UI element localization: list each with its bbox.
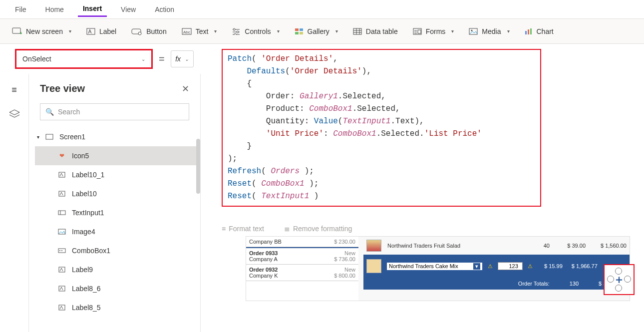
data-table-icon [353,28,362,35]
property-selector[interactable]: OnSelect ⌄ [15,49,153,69]
preview-line-total: $ 1,966.77 [568,263,598,269]
tree-search-input[interactable]: 🔍 Search [40,103,189,120]
ribbon-button[interactable]: Button [131,27,166,35]
ribbon-label-label: Label [99,27,116,35]
preview-selected-bar: Northwind Traders Cake Mix▾ ⚠ 123 ⚠ $ 15… [363,255,630,278]
preview-qty-input[interactable]: 123 [498,262,523,270]
chevron-down-icon: ▾ [69,28,71,34]
product-qty: 40 [530,243,550,249]
tree-item-image4[interactable]: Image4 [35,222,200,241]
svg-rect-19 [525,31,527,34]
svg-rect-16 [418,30,421,33]
controls-icon [232,28,241,35]
tree-item-label10-1[interactable]: Label10_1 [35,165,200,184]
scrollbar-thumb[interactable] [196,139,200,194]
fx-button[interactable]: fx ⌄ [171,50,194,67]
tree-view-title: Tree view [40,83,85,94]
ribbon-media[interactable]: Media▾ [469,27,509,35]
image-icon [57,229,67,235]
svg-text:+: + [19,30,22,35]
tree-item-label: Label10_1 [72,171,104,179]
ribbon-forms-label: Forms [426,27,446,35]
ribbon-new-screen[interactable]: + New screen▾ [12,27,71,35]
gallery-icon [295,28,304,35]
button-icon [131,27,142,35]
product-image-icon [366,259,381,273]
tree-item-label: TextInput1 [72,209,104,217]
menu-view[interactable]: View [116,2,141,16]
totals-qty: 130 [570,281,579,287]
screen-icon [44,134,54,140]
search-icon: 🔍 [45,108,54,116]
preview-combobox[interactable]: Northwind Traders Cake Mix▾ [386,262,483,271]
menu-action[interactable]: Action [150,2,179,16]
tree-item-combobox1[interactable]: ComboBox1 [35,241,200,260]
tree-item-icon5[interactable]: ❤ Icon5 [35,146,200,165]
tree-item-label8-5[interactable]: Label8_5 [35,298,200,317]
preview-order-row[interactable]: Order 0932Company K New$ 800.00 [246,265,358,281]
left-rail: ≡ [0,74,29,332]
chevron-down-icon: ▾ [507,28,510,34]
tree-root[interactable]: ▾ Screen1 [35,127,200,146]
tree-item-label9[interactable]: Label9 [35,260,200,279]
tree-item-label: Label8_5 [72,304,101,312]
preview-order-list: Company BB $ 230.00 Order 0933Company A … [246,237,358,301]
ribbon-chart-label: Chart [537,27,554,35]
tree-item-label8-6[interactable]: Label8_6 [35,279,200,298]
fx-label: fx [175,55,181,63]
tree-item-label10[interactable]: Label10 [35,184,200,203]
ribbon-controls[interactable]: Controls▾ [232,27,279,35]
preview-product-row: Northwind Traders Fruit Salad 40 $ 39.00… [363,237,630,255]
add-icon-selected[interactable]: ＋ [604,264,635,295]
combobox-icon [57,248,67,254]
ribbon: + New screen▾ Label Button Abc Text▾ Con… [0,19,644,44]
svg-point-18 [471,29,473,31]
preview-order-row[interactable]: Order 0933Company A New$ 736.00 [246,247,358,265]
svg-point-8 [237,31,239,33]
tree-item-label: Image4 [72,228,95,236]
svg-point-4 [138,32,141,35]
svg-point-29 [61,250,62,251]
label-icon [57,286,67,292]
svg-point-7 [233,28,235,30]
ribbon-forms[interactable]: Forms▾ [413,27,454,35]
format-text-button[interactable]: ≡Format text [222,225,264,233]
svg-point-28 [59,250,60,251]
menu-home[interactable]: Home [40,2,69,16]
chevron-down-icon: ▾ [214,28,217,34]
expand-icon[interactable]: ▾ [37,134,39,140]
svg-rect-14 [353,28,361,34]
tree-root-label: Screen1 [59,133,85,141]
menu-file[interactable]: File [10,2,31,16]
chevron-down-icon: ⌄ [141,56,145,62]
chart-icon [525,28,533,35]
ribbon-chart[interactable]: Chart [525,27,554,35]
label-icon [86,27,95,35]
ribbon-text[interactable]: Abc Text▾ [182,27,217,35]
product-total: $ 1,560.00 [592,243,627,249]
tree-item-textinput1[interactable]: TextInput1 [35,203,200,222]
close-icon[interactable]: ✕ [182,83,189,94]
preview-order-row[interactable]: Company BB $ 230.00 [246,237,358,247]
ribbon-controls-label: Controls [245,27,271,35]
warning-icon: ⚠ [488,263,493,270]
format-text-label: Format text [229,225,264,233]
layers-icon[interactable] [9,109,20,118]
ribbon-label[interactable]: Label [86,27,116,35]
svg-rect-12 [295,32,299,34]
ribbon-data-table[interactable]: Data table [353,27,398,35]
menu-insert[interactable]: Insert [78,1,107,17]
svg-rect-21 [530,28,532,34]
formula-editor[interactable]: Patch( 'Order Details', Defaults('Order … [222,49,541,207]
ribbon-gallery[interactable]: Gallery▾ [295,27,338,35]
tree-item-label: Label8_6 [72,285,101,293]
preview-detail: Northwind Traders Fruit Salad 40 $ 39.00… [363,237,630,301]
hamburger-icon[interactable]: ≡ [11,85,17,95]
tree-item-label: Label10 [72,190,97,198]
remove-formatting-button[interactable]: ≣Remove formatting [284,225,352,233]
media-icon [469,28,478,35]
totals-label: Order Totals: [518,281,550,287]
remove-formatting-label: Remove formatting [293,225,352,233]
preview-unit-price: $ 15.99 [538,263,563,269]
new-screen-icon: + [12,27,22,35]
